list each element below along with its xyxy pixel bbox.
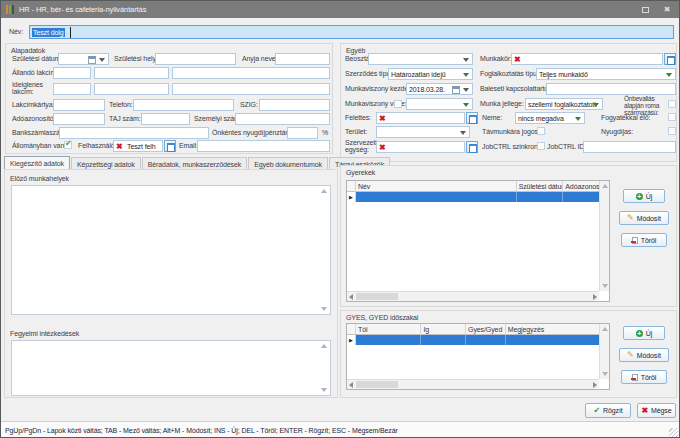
megse-button[interactable]: ✖Mégse (637, 403, 676, 418)
clear-value-icon[interactable]: ✖ (379, 143, 386, 152)
gyerekek-torol-button[interactable]: Töröl (621, 233, 667, 247)
felhasznalo-input[interactable]: ✖Teszt felh (113, 140, 163, 152)
scroll-right-icon[interactable] (593, 294, 597, 300)
email-input[interactable] (197, 140, 330, 152)
combo-arrow-icon[interactable] (666, 73, 672, 77)
scroll-right-icon[interactable] (593, 382, 597, 388)
adoazonosito-input[interactable] (53, 113, 105, 125)
col-nev[interactable]: Név (356, 181, 517, 192)
elozo-munkahelyek-textarea[interactable] (11, 185, 331, 315)
rogzit-button[interactable]: ✔Rögzít (585, 403, 631, 418)
scroll-down-icon[interactable] (321, 388, 327, 392)
szervezeti-input[interactable]: ✖ (376, 141, 465, 153)
allomanyban-checkbox[interactable]: ✔ (64, 141, 72, 149)
maximize-button[interactable] (638, 4, 652, 15)
allando-lakcim-irsz-input[interactable] (53, 67, 91, 79)
dropdown-arrow-icon[interactable] (99, 58, 105, 62)
mv-vege-checkbox[interactable] (394, 100, 402, 108)
horizontal-scrollbar[interactable] (347, 379, 599, 389)
combo-arrow-icon[interactable] (463, 103, 469, 107)
felettes-picker-button[interactable] (466, 112, 478, 124)
fegyelmi-textarea[interactable] (11, 340, 331, 396)
fogyatekkal-checkbox[interactable] (668, 113, 676, 121)
dropdown-arrow-icon[interactable] (463, 58, 469, 62)
mv-vege-combo[interactable] (406, 98, 473, 110)
mv-kezdete-input[interactable]: 2018.03.28. (406, 83, 473, 95)
foglalkoztatas-combo[interactable]: Teljes munkaidő (536, 68, 676, 80)
onbevallas-checkbox[interactable] (668, 100, 676, 108)
scroll-up-icon[interactable] (602, 327, 608, 331)
szemelyi-input[interactable] (235, 113, 330, 125)
gyes-torol-button[interactable]: Töröl (621, 370, 667, 384)
anyja-neve-input[interactable] (275, 53, 330, 65)
jobctrl-id-input[interactable] (583, 141, 676, 153)
baleseti-input[interactable] (546, 83, 676, 95)
gyerekek-selected-row[interactable]: ▶ (347, 192, 599, 202)
scroll-left-icon[interactable] (349, 294, 353, 300)
col-ig[interactable]: Ig (421, 324, 466, 335)
clear-value-icon[interactable]: ✖ (116, 142, 123, 151)
munkakor-picker-button[interactable] (664, 53, 676, 65)
scroll-down-icon[interactable] (321, 307, 327, 311)
gyes-uj-button[interactable]: +Új (623, 326, 665, 340)
allando-lakcim-varos-input[interactable] (94, 67, 169, 79)
gyes-grid[interactable]: Tól Ig Gyes/Gyed Megjegyzés ▶ (346, 323, 610, 390)
gyes-selected-row[interactable]: ▶ (347, 335, 599, 345)
scroll-up-icon[interactable] (321, 189, 327, 193)
bankszamla-input[interactable] (59, 127, 209, 139)
taj-input[interactable] (141, 113, 190, 125)
tavmunka-checkbox[interactable] (537, 127, 545, 135)
scroll-left-icon[interactable] (349, 382, 353, 388)
szuletesi-hely-input[interactable] (155, 53, 236, 65)
szig-input[interactable] (259, 99, 330, 111)
combo-arrow-icon[interactable] (575, 117, 581, 121)
resize-grip[interactable] (669, 428, 678, 437)
scrollbar-thumb[interactable] (356, 293, 398, 300)
col-szuletesi-datum[interactable]: Születési dátum (517, 181, 564, 192)
onkentes-input[interactable] (287, 127, 318, 139)
clear-value-icon[interactable]: ✖ (514, 55, 521, 64)
dropdown-arrow-icon[interactable] (463, 88, 469, 92)
szervezeti-picker-button[interactable] (466, 141, 478, 153)
scrollbar-thumb[interactable] (356, 381, 398, 388)
allando-lakcim-utca-input[interactable] (172, 67, 330, 79)
lakcimkartya-input[interactable] (53, 99, 105, 111)
ideiglenes-lakcim-utca-input[interactable] (172, 83, 330, 95)
scroll-down-icon[interactable] (602, 284, 608, 288)
gyes-modosit-button[interactable]: ✎Módosít (619, 348, 669, 362)
scroll-up-icon[interactable] (602, 184, 608, 188)
ideiglenes-lakcim-irsz-input[interactable] (53, 83, 91, 95)
vertical-scrollbar[interactable] (599, 324, 609, 379)
telefon-input[interactable] (133, 99, 234, 111)
gyerekek-modosit-button[interactable]: ✎Módosít (619, 211, 669, 225)
jobctrl-szinkron-checkbox[interactable] (537, 142, 545, 150)
vertical-scrollbar[interactable] (599, 181, 609, 291)
col-megjegyzes[interactable]: Megjegyzés (506, 324, 599, 335)
gyerekek-grid[interactable]: Név Születési dátum Adóazonosító ▶ (346, 180, 610, 302)
scroll-down-icon[interactable] (602, 372, 608, 376)
gyerekek-uj-button[interactable]: +Új (623, 189, 665, 203)
col-adoazonosito[interactable]: Adóazonosító (563, 181, 599, 192)
tab-kiegeszito-adatok[interactable]: Kiegészítő adatok (4, 156, 70, 170)
munka-jellege-combo[interactable]: szellemi foglalkoztatott (525, 98, 603, 110)
beosztas-dropdown[interactable] (368, 53, 473, 65)
combo-arrow-icon[interactable] (593, 103, 599, 107)
clear-value-icon[interactable]: ✖ (379, 114, 386, 123)
col-tol[interactable]: Tól (356, 324, 421, 335)
neme-combo[interactable]: nincs megadva (515, 112, 585, 124)
nyugdijas-checkbox[interactable] (668, 127, 676, 135)
felettes-input[interactable]: ✖ (376, 112, 465, 124)
munkakor-input[interactable]: ✖ (511, 53, 663, 65)
szerzodes-combo[interactable]: Határozatlan idejű (388, 68, 473, 80)
terulet-dropdown[interactable] (376, 126, 470, 138)
nev-input[interactable]: Teszt dolg (29, 25, 674, 39)
felhasznalo-picker-button[interactable] (164, 140, 176, 152)
horizontal-scrollbar[interactable] (347, 291, 599, 301)
ideiglenes-lakcim-varos-input[interactable] (94, 83, 169, 95)
col-gyes-gyed[interactable]: Gyes/Gyed (466, 324, 506, 335)
dropdown-arrow-icon[interactable] (460, 131, 466, 135)
combo-arrow-icon[interactable] (463, 73, 469, 77)
close-button[interactable]: ✖ (660, 4, 674, 15)
szuletesi-datum-input[interactable] (58, 53, 109, 65)
scroll-up-icon[interactable] (321, 344, 327, 348)
